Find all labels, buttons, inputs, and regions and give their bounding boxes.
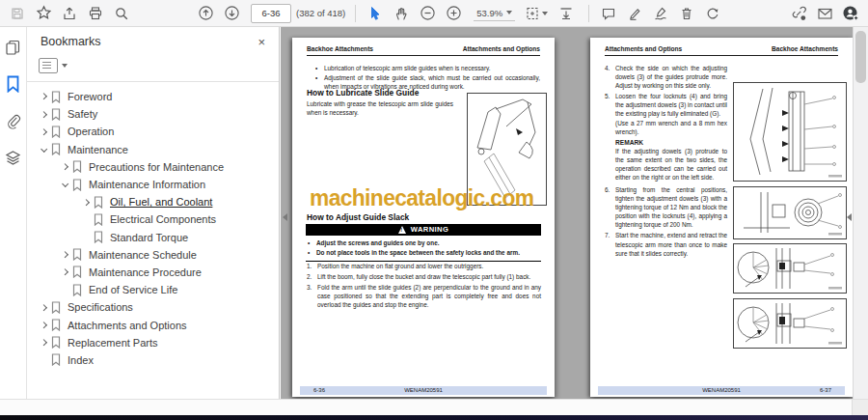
bookmark-item-maintenance-schedule[interactable]: Maintenance Schedule [27, 246, 279, 264]
horizontal-scrollbar[interactable] [0, 399, 868, 415]
save-icon [10, 6, 25, 21]
expand-icon[interactable] [41, 322, 48, 329]
bookmark-item-end-of-service-life[interactable]: End of Service Life [27, 281, 279, 298]
bookmarks-panel-button[interactable] [3, 73, 24, 95]
scrollbar-thumb[interactable] [855, 31, 866, 83]
page-up-icon [198, 5, 214, 21]
bookmark-item-oil-fuel-coolant[interactable]: Oil, Fuel, and Coolant [27, 193, 279, 210]
pages-icon [5, 40, 21, 56]
collapse-icon[interactable] [41, 146, 48, 154]
pdf-page-right: Attachments and Options Backhoe Attachme… [590, 38, 853, 397]
bookmark-icon [72, 179, 82, 191]
bookmark-item-electrical-components[interactable]: Electrical Components [27, 210, 279, 228]
star-button[interactable] [32, 2, 55, 25]
hand-tool-button[interactable] [390, 2, 413, 25]
rotate-button[interactable] [701, 2, 724, 25]
bookmark-item-specifications[interactable]: Specifications [27, 298, 279, 316]
bookmark-item-replacement-parts[interactable]: Replacement Parts [27, 334, 279, 351]
bookmark-item-standard-torque[interactable]: Standard Torque [27, 229, 279, 246]
attachments-panel-button[interactable] [3, 110, 24, 131]
email-button[interactable] [813, 2, 836, 25]
save-button[interactable] [6, 2, 29, 25]
comment-button[interactable] [597, 2, 620, 25]
bookmark-item-maintenance-procedure[interactable]: Maintenance Procedure [27, 264, 279, 281]
expand-icon[interactable] [62, 163, 69, 171]
collapse-icon[interactable] [62, 181, 69, 188]
bookmark-item-precautions[interactable]: Precautions for Maintenance [27, 158, 279, 176]
bookmark-icon [51, 126, 61, 138]
warning-bullets: Adjust the screws and guides one by one.… [306, 238, 541, 262]
document-canvas[interactable]: Backhoe Attachments Attachments and Opti… [281, 27, 853, 400]
section-body: Lubricate with grease the telescopic arm… [307, 99, 453, 117]
bookmark-item-index[interactable]: Index [27, 351, 279, 369]
bookmark-item-safety[interactable]: Safety [27, 105, 279, 123]
fit-page-button[interactable] [521, 2, 552, 25]
bookmark-icon [51, 319, 61, 331]
bookmark-item-operation[interactable]: Operation [27, 123, 279, 140]
highlight-button[interactable] [623, 2, 646, 25]
close-panel-button[interactable]: × [258, 36, 265, 48]
chevron-down-icon[interactable] [62, 64, 68, 68]
rotate-icon [705, 6, 720, 21]
bookmark-item-foreword[interactable]: Foreword [27, 88, 279, 105]
signature-button[interactable] [649, 2, 672, 25]
expand-icon[interactable] [62, 251, 69, 259]
procedure-steps: 6.Starting from the central positions, t… [605, 185, 727, 260]
page-number-input[interactable] [251, 4, 291, 23]
cursor-icon [367, 6, 383, 21]
footer-page-number: 6-37 [820, 387, 831, 393]
page-down-button[interactable] [220, 2, 243, 25]
zoom-out-button[interactable] [416, 2, 439, 25]
fit-width-button[interactable] [555, 2, 578, 25]
search-icon [114, 6, 129, 21]
warning-banner: WARNING [306, 224, 541, 236]
print-button[interactable] [84, 2, 107, 25]
pdf-reader-window: (382 of 418) 53.9% [0, 0, 868, 420]
pen-icon [627, 6, 642, 21]
bookmark-icon [72, 160, 82, 173]
running-header-left: Attachments and Options [605, 45, 682, 52]
running-header-right: Attachments and Options [463, 45, 540, 52]
expand-icon[interactable] [41, 128, 48, 136]
chevron-down-icon [506, 11, 512, 14]
zoom-in-button[interactable] [442, 2, 465, 25]
zoom-out-icon [420, 5, 436, 21]
expand-icon[interactable] [41, 93, 48, 100]
vertical-scrollbar[interactable] [853, 27, 868, 400]
bookmark-icon [51, 353, 61, 366]
zoom-level-control[interactable]: 53.9% [474, 6, 515, 21]
delete-button[interactable] [675, 2, 698, 25]
account-button[interactable] [839, 2, 862, 25]
share-button[interactable] [58, 2, 81, 25]
expand-icon[interactable] [83, 198, 91, 206]
bookmark-icon [51, 301, 61, 314]
expand-icon[interactable] [41, 339, 48, 347]
taskbar-edge [0, 415, 868, 420]
layers-panel-button[interactable] [3, 147, 24, 168]
bookmark-item-attachments-options[interactable]: Attachments and Options [27, 316, 279, 333]
page-thumbnails-button[interactable] [3, 37, 24, 58]
select-tool-button[interactable] [364, 2, 387, 25]
illustration-guide-adjust-1 [733, 243, 847, 294]
expand-icon[interactable] [41, 110, 48, 118]
collapse-sidebar-handle[interactable] [281, 209, 288, 226]
expand-icon[interactable] [41, 304, 48, 312]
link-icon [791, 6, 807, 21]
page-up-button[interactable] [194, 2, 217, 25]
remark-body: If the adjusting dowels (3) protrude to … [615, 147, 727, 182]
expand-icon[interactable] [62, 268, 69, 276]
procedure-steps: 1.Position the machine on flat ground an… [307, 262, 541, 311]
bookmark-item-maintenance[interactable]: Maintenance [27, 141, 279, 158]
chevron-left-icon [283, 213, 287, 221]
bookmark-icon [72, 284, 82, 296]
bookmark-icon [6, 75, 20, 93]
fit-page-icon [525, 6, 540, 21]
search-button[interactable] [110, 2, 133, 25]
bookmark-options-icon[interactable] [39, 58, 58, 73]
share-link-button[interactable] [787, 2, 810, 25]
bookmark-icon [51, 336, 61, 349]
collapse-right-panel-handle[interactable] [845, 209, 853, 226]
layers-icon [5, 150, 21, 166]
bookmark-item-maintenance-information[interactable]: Maintenance Information [27, 176, 279, 193]
share-icon [62, 6, 77, 21]
